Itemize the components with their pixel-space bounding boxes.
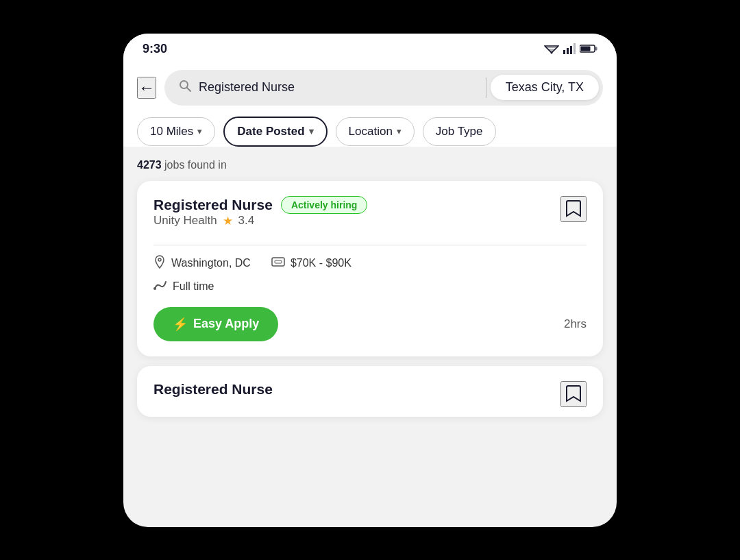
- job-title: Registered Nurse: [153, 197, 273, 213]
- signal-icon: [563, 43, 576, 54]
- status-time: 9:30: [143, 42, 167, 56]
- search-divider: [486, 77, 486, 98]
- svg-point-13: [158, 258, 161, 261]
- svg-rect-6: [570, 46, 572, 54]
- status-icons: [544, 43, 597, 54]
- search-query: Registered Nurse: [199, 80, 295, 95]
- job-details-row: Washington, DC $70K - $90K: [153, 255, 587, 272]
- results-area: 4273 jobs found in Registered Nurse Acti…: [123, 147, 617, 428]
- easy-apply-label: Easy Apply: [193, 317, 259, 331]
- svg-rect-4: [563, 50, 565, 54]
- job-card-footer: ⚡ Easy Apply 2hrs: [153, 307, 587, 341]
- job-type-text: Full time: [173, 280, 214, 293]
- back-button[interactable]: ←: [137, 77, 156, 99]
- job-type-row: Full time: [153, 279, 587, 295]
- job-salary: $70K - $90K: [271, 256, 352, 271]
- results-count: 4273 jobs found in: [137, 159, 603, 171]
- job-type-icon: [153, 279, 167, 295]
- svg-rect-9: [595, 47, 597, 51]
- card-divider: [153, 245, 587, 245]
- battery-icon: [580, 44, 597, 53]
- chevron-down-icon: ▾: [309, 126, 314, 136]
- time-ago: 2hrs: [564, 317, 587, 331]
- svg-rect-7: [574, 43, 576, 54]
- filter-job-type[interactable]: Job Type: [423, 117, 496, 146]
- bookmark-button-2[interactable]: [560, 381, 587, 407]
- filter-area: 10 Miles ▾ Date Posted ▾ Location ▾ Job …: [123, 106, 617, 147]
- easy-apply-button[interactable]: ⚡ Easy Apply: [153, 307, 278, 341]
- search-icon: [178, 79, 192, 96]
- job-card-2-header: Registered Nurse: [153, 381, 587, 407]
- filter-location[interactable]: Location ▾: [336, 117, 415, 146]
- svg-rect-10: [581, 47, 591, 51]
- filter-date-posted-label: Date Posted: [237, 125, 304, 138]
- filter-job-type-label: Job Type: [436, 125, 483, 138]
- company-name: Unity Health: [153, 214, 217, 228]
- job-card-2-title-row: Registered Nurse: [153, 381, 273, 398]
- bookmark-button[interactable]: [560, 196, 587, 222]
- job-card-2-title: Registered Nurse: [153, 381, 273, 398]
- search-location[interactable]: Texas City, TX: [491, 75, 599, 100]
- svg-rect-14: [272, 258, 284, 266]
- chevron-down-icon: ▾: [197, 126, 202, 136]
- job-card-2[interactable]: Registered Nurse: [137, 366, 603, 417]
- svg-line-12: [187, 88, 191, 92]
- svg-rect-5: [567, 48, 569, 54]
- svg-point-3: [551, 52, 553, 54]
- location-icon: [153, 255, 166, 272]
- status-bar: 9:30: [123, 34, 617, 62]
- lightning-icon: ⚡: [173, 317, 188, 332]
- star-icon: ★: [223, 214, 233, 228]
- search-left: Registered Nurse: [164, 79, 486, 96]
- results-suffix: jobs found in: [164, 159, 227, 171]
- job-location: Washington, DC: [153, 255, 251, 272]
- search-bar[interactable]: Registered Nurse Texas City, TX: [164, 70, 603, 106]
- location-text: Washington, DC: [171, 257, 251, 269]
- svg-rect-15: [275, 260, 282, 263]
- filter-location-label: Location: [349, 125, 393, 138]
- actively-hiring-badge: Actively hiring: [281, 196, 367, 214]
- company-rating: 3.4: [238, 214, 255, 228]
- job-card-header: Registered Nurse Actively hiring Unity H…: [153, 196, 587, 238]
- wifi-icon: [544, 43, 559, 54]
- filter-miles[interactable]: 10 Miles ▾: [137, 117, 215, 146]
- salary-icon: [271, 256, 285, 271]
- job-card-1[interactable]: Registered Nurse Actively hiring Unity H…: [137, 181, 603, 356]
- results-number: 4273: [137, 159, 162, 171]
- phone-screen: 9:30 ←: [123, 34, 617, 527]
- chevron-down-icon: ▾: [397, 126, 402, 136]
- svg-point-16: [153, 287, 156, 290]
- filter-date-posted[interactable]: Date Posted ▾: [223, 117, 327, 147]
- filter-miles-label: 10 Miles: [150, 125, 193, 138]
- job-title-row: Registered Nurse Actively hiring: [153, 196, 367, 214]
- salary-text: $70K - $90K: [291, 257, 352, 269]
- search-area: ← Registered Nurse Texas City, TX: [123, 62, 617, 106]
- company-row: Unity Health ★ 3.4: [153, 214, 367, 228]
